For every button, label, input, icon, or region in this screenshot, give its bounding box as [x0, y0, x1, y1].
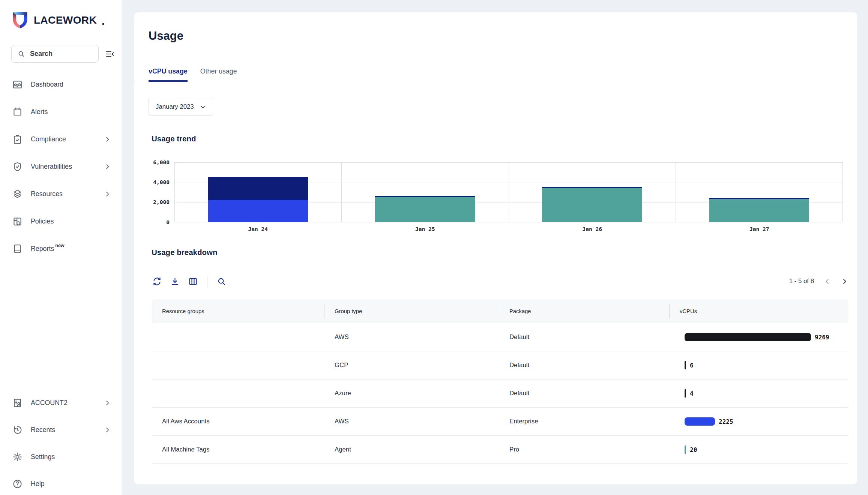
chevron-right-icon [104, 136, 111, 143]
sidebar-item-help[interactable]: Help [0, 470, 122, 495]
month-selector-label: January 2023 [156, 103, 194, 111]
cell-group-type: AWS [324, 418, 499, 425]
cell-package: Pro [499, 446, 670, 453]
logo[interactable]: LACEWORK . [11, 10, 122, 32]
reports-icon [12, 243, 23, 254]
x-axis: Jan 24 Jan 25 Jan 26 Jan 27 [174, 226, 843, 232]
content-card: Usage vCPU usage Other usage January 202… [134, 12, 857, 484]
sidebar-item-policies[interactable]: Policies [0, 208, 122, 235]
vcpu-value: 4 [690, 390, 694, 397]
logo-mark: . [102, 10, 105, 32]
search-icon [17, 50, 25, 58]
sidebar-item-label: Alerts [31, 108, 48, 116]
sidebar-footer-nav: ACCOUNT2 Recents Settings Help [0, 389, 122, 495]
usage-trend-heading: Usage trend [152, 134, 857, 143]
vcpu-value: 20 [690, 446, 697, 453]
month-selector[interactable]: January 2023 [149, 98, 213, 116]
sidebar-item-reports[interactable]: Reports new [0, 235, 122, 262]
table-toolbar: 1 - 5 of 8 [152, 275, 848, 288]
cell-group-type: Azure [324, 390, 499, 397]
sidebar-item-label: Policies [31, 218, 54, 225]
cell-vcpus: 2225 [670, 417, 848, 426]
tab-vcpu-usage[interactable]: vCPU usage [149, 68, 188, 82]
cell-group-type: AWS [324, 333, 499, 341]
usage-breakdown-heading: Usage breakdown [152, 248, 857, 257]
pagination: 1 - 5 of 8 [789, 278, 848, 285]
compliance-icon [12, 134, 23, 145]
cell-package: Default [499, 390, 670, 397]
resources-icon [12, 189, 23, 200]
sidebar-item-label: Settings [31, 453, 55, 461]
y-tick: 4,000 [153, 179, 170, 186]
cell-group-type: GCP [324, 362, 499, 369]
vcpu-bar [685, 333, 811, 341]
chevron-right-icon [104, 426, 111, 434]
x-tick: Jan 24 [174, 226, 342, 232]
logo-wordmark: LACEWORK [34, 10, 97, 30]
cell-package: Enterprise [499, 418, 670, 425]
bar-jan-26 [509, 163, 676, 222]
cell-resource-group: All Aws Accounts [152, 418, 324, 425]
new-badge: new [55, 243, 64, 248]
y-axis: 6,000 4,000 2,000 0 [149, 162, 174, 222]
sidebar-item-recents[interactable]: Recents [0, 416, 122, 443]
bar-segment-teal-segment [375, 197, 475, 222]
usage-breakdown-table: Resource groups Group type Package vCPUs… [152, 299, 848, 464]
sidebar-item-label: Resources [31, 190, 63, 198]
account-icon [12, 398, 23, 408]
sidebar-item-label: Reports [31, 245, 54, 253]
vcpu-value: 2225 [719, 418, 733, 425]
sidebar-item-settings[interactable]: Settings [0, 443, 122, 470]
search-input[interactable] [30, 50, 83, 58]
bar-segment-blue-segment [208, 200, 308, 222]
vcpu-value: 9269 [815, 334, 829, 341]
cell-vcpus: 6 [670, 361, 848, 369]
vcpu-bar [685, 417, 715, 426]
sidebar-item-label: ACCOUNT2 [31, 399, 68, 407]
bar-jan-27 [676, 163, 842, 222]
columns-icon[interactable] [188, 276, 198, 286]
pagination-label: 1 - 5 of 8 [789, 278, 814, 285]
sidebar-item-label: Help [31, 480, 45, 488]
plot-area [174, 162, 843, 222]
x-tick: Jan 27 [676, 226, 843, 232]
policies-icon [12, 216, 23, 227]
tabs: vCPU usage Other usage [134, 68, 857, 82]
previous-page-icon[interactable] [823, 278, 831, 285]
tab-other-usage[interactable]: Other usage [200, 68, 237, 82]
sidebar-item-account[interactable]: ACCOUNT2 [0, 389, 122, 416]
refresh-icon[interactable] [152, 276, 162, 286]
cell-package: Default [499, 362, 670, 369]
sidebar-item-alerts[interactable]: Alerts [0, 98, 122, 126]
table-search-icon[interactable] [216, 276, 227, 286]
sidebar-item-compliance[interactable]: Compliance [0, 126, 122, 153]
sidebar-nav: Dashboard Alerts Compliance Vulnerabilit… [0, 71, 122, 262]
chevron-right-icon [104, 399, 111, 406]
y-tick: 0 [166, 219, 170, 226]
sidebar-item-vulnerabilities[interactable]: Vulnerabilities [0, 153, 122, 180]
bar-segment-navy-segment [208, 177, 308, 200]
collapse-sidebar-icon[interactable] [105, 49, 115, 59]
y-tick: 2,000 [153, 199, 170, 206]
x-tick: Jan 26 [509, 226, 676, 232]
chevron-right-icon [104, 190, 111, 198]
sidebar-item-label: Recents [31, 426, 55, 434]
settings-icon [12, 452, 23, 462]
table-row: Azure Default 4 [152, 380, 848, 408]
cell-vcpus: 9269 [670, 333, 848, 341]
vcpu-bar [685, 446, 686, 454]
download-icon[interactable] [170, 276, 180, 286]
y-tick: 6,000 [153, 159, 170, 166]
recents-icon [12, 424, 23, 435]
sidebar-item-label: Vulnerabilities [31, 163, 72, 171]
cell-vcpus: 20 [670, 446, 848, 454]
bar-jan-24 [175, 163, 342, 222]
next-page-icon[interactable] [841, 278, 848, 285]
bar-jan-25 [342, 163, 509, 222]
sidebar-item-dashboard[interactable]: Dashboard [0, 71, 122, 98]
sidebar-item-label: Dashboard [31, 81, 63, 88]
usage-trend-chart: 6,000 4,000 2,000 0 [149, 162, 843, 222]
page-title: Usage [149, 29, 857, 43]
sidebar-item-resources[interactable]: Resources [0, 180, 122, 208]
sidebar-search[interactable] [11, 45, 99, 63]
